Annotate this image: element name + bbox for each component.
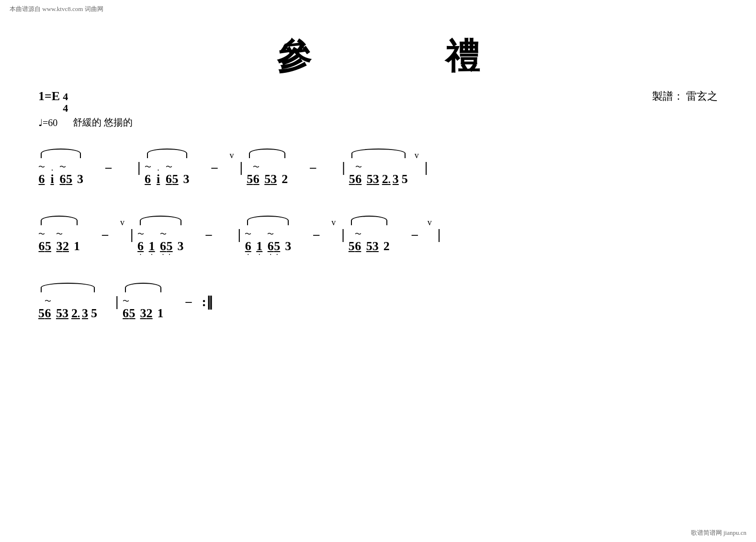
note-2-2: ⠀ 2: [63, 231, 69, 254]
note-i-2: ⠀ i·: [156, 163, 161, 186]
breath-2: v: [415, 150, 419, 161]
rest-7: –: [412, 227, 418, 242]
note-3-5: ⠀ 3: [393, 163, 399, 186]
title-row: 參 禮: [29, 34, 727, 80]
barline-6: |: [238, 226, 241, 242]
note-5-2: ⠀ 5: [172, 163, 179, 186]
staff-row-2: 〜 6 ⠀ 5 〜 3 ⠀ 2 ⠀ 1: [38, 215, 718, 254]
note-6-tilde-3: 〜 6: [145, 163, 151, 186]
note-3-11: ⠀ 3: [140, 298, 147, 321]
note-5-13: ⠀ 5: [38, 298, 45, 321]
barline-5: |: [130, 226, 134, 242]
rest-2: –: [212, 160, 218, 174]
note-5-7: ⠀ 5: [402, 163, 408, 186]
note-5-16: ⠀ 5: [129, 298, 135, 321]
title-char1: 參: [277, 34, 311, 80]
note-3-10: ⠀ 3: [82, 298, 88, 321]
breath-5: v: [428, 218, 432, 228]
note-6-tilde-1: 〜 6: [38, 163, 45, 186]
composer-info: 製譜： 雷玄之: [652, 89, 718, 104]
barline-2: |: [240, 159, 243, 175]
key-line: 1=E 4 4: [38, 89, 133, 114]
note-5-5: ⠀ 5: [349, 163, 355, 186]
rest-5: –: [206, 227, 212, 242]
note-5-9: ⠀ 5·: [167, 231, 173, 254]
barline-8: |: [438, 226, 441, 242]
note-6-tilde-13: 〜 6: [45, 297, 51, 321]
cluster-8: ⠀ 5 〜 6 ⠀ 5 ⠀ 3 ⠀ 2: [349, 216, 390, 254]
note-2-3: ⠀ 2: [384, 231, 390, 254]
music-section: 〜 6 ⠀ i· 〜 6 ⠀ 5: [29, 148, 727, 321]
note-5-6: ⠀ 5: [367, 163, 373, 186]
note-3-8: ⠀ 3: [372, 231, 379, 254]
note-5-11: ⠀ 5: [349, 231, 355, 254]
note-6-tilde-7: 〜 6: [38, 230, 45, 254]
barline-3: |: [342, 159, 345, 175]
note-6-tilde-9: 〜 6·: [160, 230, 167, 254]
cluster-6: 〜 6· ⠀ 1· 〜 6· ⠀ 5· ⠀: [137, 216, 184, 254]
staff-row-1: 〜 6 ⠀ i· 〜 6 ⠀ 5: [38, 148, 718, 186]
breath-1: v: [230, 150, 234, 161]
note-6-tilde-12: 〜 6: [355, 230, 361, 254]
composer-label: 製譜： 雷玄之: [652, 90, 718, 102]
rest-3: –: [310, 160, 316, 174]
cluster-3: ⠀ 5 〜 6 ⠀ 5 ⠀ 3 ⠀ 2: [247, 149, 288, 186]
note-6-tilde-4: 〜 6: [166, 163, 172, 186]
cluster-1: 〜 6 ⠀ i· 〜 6 ⠀ 5: [38, 149, 83, 186]
meta-row: 1=E 4 4 ♩=60 舒緩的 悠揚的 製譜： 雷玄之: [29, 89, 727, 129]
page: 本曲谱源自 www.ktvc8.com 词曲网 參 禮 1=E 4 4 ♩=60…: [0, 0, 756, 542]
note-1-4: ⠀ 1: [158, 298, 164, 321]
rest-1: –: [105, 160, 112, 174]
note-5-10: ⠀ 5·: [274, 231, 280, 254]
cluster-10: 〜 6 ⠀ 5 ⠀ 3 ⠀ 2 ⠀ 1: [123, 283, 164, 321]
rest-8: –: [186, 294, 192, 309]
note-3-1: ⠀ 3: [77, 163, 83, 186]
note-3-9: ⠀ 3: [62, 298, 68, 321]
note-2-1: ⠀ 2: [282, 163, 288, 186]
note-2-4: ⠀ 2: [147, 298, 153, 321]
rest-6: –: [313, 227, 319, 242]
note-3-7: ⠀ 3: [285, 231, 291, 254]
time-numerator: 4: [63, 91, 68, 103]
rest-4: –: [102, 227, 108, 242]
note-3-4: ⠀ 3: [373, 163, 379, 186]
cluster-7: 〜 6· ⠀ 1· 〜 6· ⠀ 5· ⠀: [245, 216, 291, 254]
note-5-15: ⠀ 5: [91, 298, 97, 321]
note-5-4: ⠀ 5: [264, 163, 271, 186]
cluster-4: ⠀ 5 〜 6 ⠀ 5 ⠀ 3 ⠀: [349, 149, 408, 186]
note-5-8: ⠀ 5: [45, 231, 51, 254]
note-5-3: ⠀ 5: [247, 163, 253, 186]
repeat-end-sign: :‖: [202, 294, 213, 310]
note-6-tilde-5: 〜 6: [253, 163, 260, 186]
title-char2: 禮: [445, 34, 480, 80]
tempo-line: ♩=60 舒緩的 悠揚的: [38, 116, 133, 129]
barline-7: |: [341, 226, 345, 242]
note-6-tilde-14: 〜 6: [123, 297, 129, 321]
key-label: 1=E: [38, 89, 60, 104]
watermark-top: 本曲谱源自 www.ktvc8.com 词曲网: [10, 5, 103, 13]
note-6-tilde-6: 〜 6: [355, 163, 362, 186]
note-6-tilde-8: 〜 6·: [137, 230, 144, 254]
cluster-2: 〜 6 ⠀ i· 〜 6 ⠀ 5 ⠀: [145, 149, 190, 186]
note-3-2: ⠀ 3: [183, 163, 190, 186]
barline-1: |: [137, 159, 141, 175]
note-6-tilde-11: 〜 6·: [267, 230, 274, 254]
style-marking: 舒緩的 悠揚的: [73, 116, 133, 129]
note-2-dot-2: ⠀ 2.: [71, 298, 80, 321]
note-6-tilde-2: 〜 6: [59, 163, 66, 186]
staff-row-3: ⠀ 5 〜 6 ⠀ 5 ⠀ 3 ⠀ 2.: [38, 282, 718, 321]
note-5-14: ⠀ 5: [56, 298, 62, 321]
breath-3: v: [120, 218, 124, 228]
note-5-1: ⠀ 5: [66, 163, 72, 186]
tempo-value: ♩=60: [38, 117, 57, 128]
breath-4: v: [331, 218, 336, 228]
cluster-5: 〜 6 ⠀ 5 〜 3 ⠀ 2 ⠀ 1: [38, 216, 80, 254]
note-6-tilde-10: 〜 6·: [245, 230, 251, 254]
note-3-6: ⠀ 3: [178, 231, 184, 254]
note-2-dot-1: ⠀ 2.: [382, 163, 391, 186]
note-3-tilde-1: 〜 3: [56, 230, 63, 254]
barline-4: |: [425, 159, 428, 175]
watermark-bottom: 歌谱简谱网 jianpu.cn: [691, 529, 746, 537]
note-1-3: ⠀ 1·: [256, 231, 262, 254]
key-info: 1=E 4 4 ♩=60 舒緩的 悠揚的: [38, 89, 133, 129]
